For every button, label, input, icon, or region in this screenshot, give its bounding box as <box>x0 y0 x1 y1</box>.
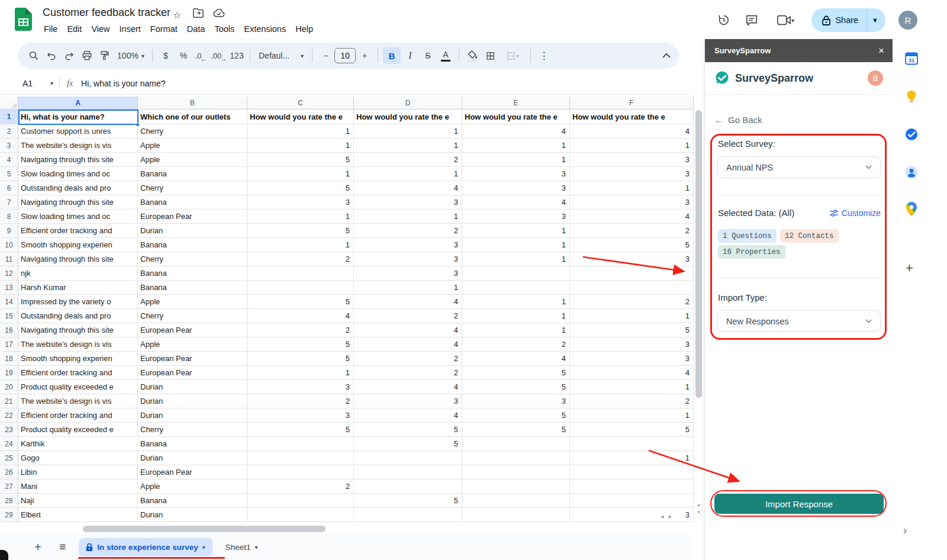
cell-C20[interactable]: 3 <box>247 380 354 394</box>
cell-C28[interactable] <box>247 494 354 508</box>
cell-F3[interactable]: 1 <box>570 139 694 153</box>
cell-B16[interactable]: European Pear <box>138 323 247 337</box>
row-header-6[interactable]: 6 <box>0 181 18 195</box>
row-header-5[interactable]: 5 <box>0 167 18 181</box>
cell-D18[interactable]: 2 <box>354 352 462 366</box>
menu-edit[interactable]: Edit <box>62 22 86 36</box>
cell-E5[interactable]: 3 <box>462 167 570 181</box>
column-header-b[interactable]: B <box>138 96 247 110</box>
strikethrough-button[interactable]: S <box>420 47 436 64</box>
cell-F23[interactable]: 5 <box>570 423 694 437</box>
cell-B15[interactable]: Cherry <box>138 309 247 323</box>
row-header-19[interactable]: 19 <box>0 366 18 380</box>
star-icon[interactable]: ☆ <box>173 9 181 21</box>
cell-E24[interactable] <box>462 437 570 451</box>
row-header-18[interactable]: 18 <box>0 352 18 366</box>
cell-E15[interactable]: 1 <box>462 309 570 323</box>
cell-A29[interactable]: Elbert <box>18 508 138 522</box>
menu-view[interactable]: View <box>86 22 114 36</box>
cell-C4[interactable]: 5 <box>247 153 354 167</box>
cell-B8[interactable]: European Pear <box>138 210 247 224</box>
menu-file[interactable]: File <box>39 22 62 36</box>
row-header-15[interactable]: 15 <box>0 309 18 323</box>
cell-A12[interactable]: njk <box>18 266 138 281</box>
horizontal-scroll-buttons[interactable]: ◂▸ <box>661 513 677 520</box>
cell-B14[interactable]: Apple <box>138 295 247 309</box>
cell-E27[interactable] <box>462 479 570 494</box>
cell-F16[interactable]: 5 <box>570 323 694 337</box>
cell-C9[interactable]: 5 <box>247 224 354 238</box>
cell-name-box[interactable]: A1 ▾ <box>0 79 59 88</box>
column-header-e[interactable]: E <box>462 96 570 110</box>
cell-C12[interactable] <box>247 266 354 281</box>
cell-A17[interactable]: The website's design is vis <box>18 337 138 352</box>
decrease-font-size-button[interactable]: − <box>317 47 334 64</box>
cell-E16[interactable]: 1 <box>462 323 570 337</box>
cell-D3[interactable]: 1 <box>354 139 462 153</box>
cell-C27[interactable]: 2 <box>247 479 354 494</box>
cell-E19[interactable]: 5 <box>462 366 570 380</box>
format-currency-button[interactable]: $ <box>157 47 174 64</box>
cell-E25[interactable] <box>462 451 570 465</box>
cell-C24[interactable] <box>247 437 354 451</box>
italic-button[interactable]: I <box>402 47 418 64</box>
cell-B13[interactable]: Banana <box>138 281 247 295</box>
search-menus-icon[interactable] <box>25 47 42 64</box>
cell-F25[interactable]: 1 <box>570 451 694 465</box>
cell-E12[interactable] <box>462 266 570 281</box>
cell-D10[interactable]: 3 <box>354 238 462 252</box>
cell-C25[interactable] <box>247 451 354 465</box>
document-title[interactable]: Customer feedback tracker <box>43 7 170 19</box>
cell-B28[interactable]: Banana <box>138 494 247 508</box>
vertical-scrollbar[interactable] <box>695 110 702 398</box>
cell-E10[interactable]: 1 <box>462 238 570 252</box>
paint-format-icon[interactable] <box>96 47 113 64</box>
hide-menus-icon[interactable] <box>662 53 671 58</box>
cell-A9[interactable]: Efficient order tracking and <box>18 224 138 238</box>
share-main[interactable]: Share <box>811 8 867 32</box>
cell-B4[interactable]: Apple <box>138 153 247 167</box>
cell-E17[interactable]: 2 <box>462 337 570 352</box>
sheet-tab-caret-icon[interactable]: ▾ <box>255 544 258 551</box>
row-header-7[interactable]: 7 <box>0 195 18 210</box>
cell-A10[interactable]: Smooth shopping experien <box>18 238 138 252</box>
version-history-icon[interactable] <box>716 12 731 28</box>
row-header-3[interactable]: 3 <box>0 139 18 153</box>
cell-C13[interactable] <box>247 281 354 295</box>
row-header-17[interactable]: 17 <box>0 337 18 352</box>
cell-F21[interactable]: 2 <box>570 394 694 408</box>
cell-D21[interactable]: 3 <box>354 394 462 408</box>
cell-E1[interactable]: How would you rate the e <box>462 110 570 124</box>
cell-A6[interactable]: Outstanding deals and pro <box>18 181 138 195</box>
cell-C19[interactable]: 1 <box>247 366 354 380</box>
fill-color-button[interactable] <box>464 47 481 64</box>
decrease-decimal-button[interactable]: .0← <box>193 47 210 64</box>
cell-D6[interactable]: 4 <box>354 181 462 195</box>
cell-F28[interactable] <box>570 494 694 508</box>
cell-C18[interactable]: 5 <box>247 352 354 366</box>
cell-E9[interactable]: 1 <box>462 224 570 238</box>
cell-F22[interactable]: 1 <box>570 408 694 423</box>
survey-dropdown[interactable]: Annual NPS <box>717 156 881 178</box>
cell-B21[interactable]: Durian <box>138 394 247 408</box>
calendar-icon[interactable]: 31 <box>905 52 918 65</box>
sheet-tab-active[interactable]: In store experience survey ▾ <box>79 538 212 556</box>
cell-D16[interactable]: 4 <box>354 323 462 337</box>
undo-icon[interactable] <box>43 47 60 64</box>
cell-C22[interactable]: 3 <box>247 408 354 423</box>
cell-F18[interactable]: 3 <box>570 352 694 366</box>
cell-D14[interactable]: 4 <box>354 295 462 309</box>
cell-E7[interactable]: 4 <box>462 195 570 210</box>
cell-F10[interactable]: 5 <box>570 238 694 252</box>
cell-E13[interactable] <box>462 281 570 295</box>
cell-C26[interactable] <box>247 465 354 479</box>
cell-D25[interactable] <box>354 451 462 465</box>
cell-D15[interactable]: 2 <box>354 309 462 323</box>
cell-C15[interactable]: 4 <box>247 309 354 323</box>
cell-A18[interactable]: Smooth shopping experien <box>18 352 138 366</box>
cell-D8[interactable]: 1 <box>354 210 462 224</box>
more-toolbar-button[interactable]: ⋮ <box>536 47 552 64</box>
cell-A20[interactable]: Product quality exceeded e <box>18 380 138 394</box>
cell-A13[interactable]: Harsh Kumar <box>18 281 138 295</box>
cell-F26[interactable] <box>570 465 694 479</box>
